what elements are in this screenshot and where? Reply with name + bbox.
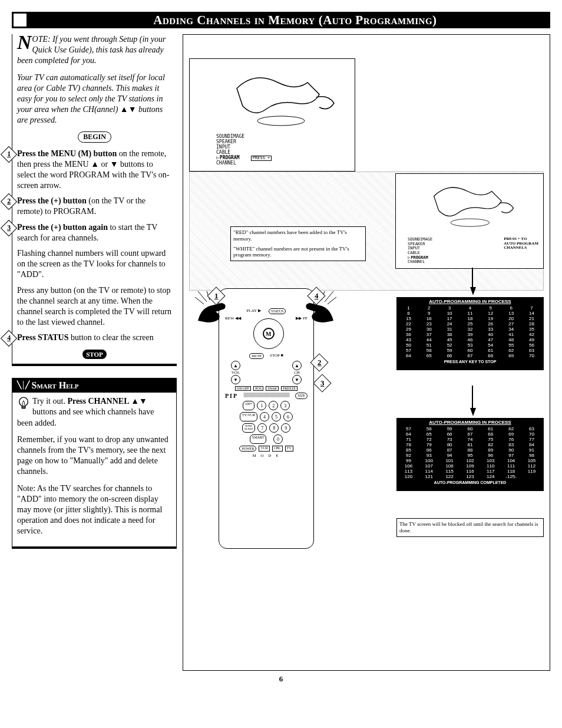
remote-digit: 6: [283, 412, 293, 421]
step-2-lead: Press the (+) button: [17, 196, 87, 205]
remote-pos-button: POS: [253, 386, 263, 391]
remote-ch-down-icon: ▼: [292, 375, 302, 384]
step-3-lead: Press the (+) button again: [17, 223, 108, 232]
svg-point-3: [257, 116, 305, 126]
remote-digit: 9: [281, 423, 290, 433]
remote-cbl-button: CBL: [272, 446, 283, 452]
press-plus-box: PRESS +: [251, 156, 272, 162]
page-title: Adding Channels in Memory (Auto Programm…: [40, 13, 550, 28]
remote-digit: 7: [257, 423, 267, 433]
step-number-icon: 4: [1, 330, 17, 347]
remote-play-label: PLAY ▶: [247, 308, 261, 314]
arrow-connector: [472, 386, 473, 409]
arrow-connector: [472, 268, 473, 288]
note-paragraph: NOTE: If you went through Setup (in your…: [17, 34, 172, 67]
channel-grid-2: AUTO-PROGRAMMING IN PROCESS 575859606162…: [396, 418, 544, 491]
svg-line-5: [195, 297, 204, 304]
smart-help-panel: ╲ │ ╱ Smart Help Try it out. Press CHANN…: [12, 378, 177, 549]
remote-stop-label: STOP ■: [270, 353, 283, 359]
lightbulb-icon: [17, 396, 30, 414]
smart-p3: Note: As the TV searches for channels to…: [17, 483, 171, 537]
begin-label: BEGIN: [78, 131, 111, 143]
tv-screen-2: SOUNDIMAGE SPEAKER INPUT CABLE PROGRAM C…: [395, 173, 544, 269]
remote-digit: 5: [272, 412, 281, 421]
grid-title: AUTO-PROGRAMMING IN PROCESS: [398, 420, 542, 425]
stop-label: STOP: [82, 350, 107, 359]
remote-status-button: STATUS: [269, 308, 286, 314]
remote-pip-label: PIP: [225, 393, 238, 399]
osd-menu-list: SOUNDIMAGE SPEAKER INPUT CABLE PROGRAM P…: [216, 134, 272, 166]
step-number-icon: 2: [1, 193, 17, 210]
info-white-text: "WHITE" channel numbers are not present …: [233, 246, 363, 259]
osd-menu-list-2: SOUNDIMAGE SPEAKER INPUT CABLE PROGRAM C…: [408, 238, 432, 265]
note-text: OTE: If you went through Setup (in your …: [17, 35, 166, 65]
step-4: 4 Press STATUS button to clear the scree…: [17, 332, 172, 343]
svg-line-8: [328, 297, 336, 304]
smart-p1: Try it out. Press CHANNEL ▲▼ buttons and…: [17, 396, 171, 429]
step-4-lead: Press STATUS: [17, 333, 69, 342]
svg-point-4: [451, 219, 489, 226]
diagram-panel: SOUNDIMAGE SPEAKER INPUT CABLE PROGRAM P…: [183, 34, 550, 671]
spark-icon: ╲ │ ╱: [17, 381, 28, 390]
remote-mute-button: MUTE: [249, 353, 264, 359]
step-number-icon: 3: [1, 219, 17, 236]
menu-item: CHANNEL: [216, 161, 272, 166]
remote-freeze-button: FREEZE: [281, 386, 297, 391]
swimmer-figure-icon: [225, 65, 343, 130]
info-box: "RED" channel numbers have been added to…: [230, 226, 366, 261]
remote-tvvcr-button: TV/VCR: [240, 412, 257, 421]
remote-swap-button: SWAP: [266, 386, 279, 391]
info-red-text: "RED" channel numbers have been added to…: [233, 229, 363, 242]
channel-grid-1: AUTO-PROGRAMMING IN PROCESS 123456789101…: [396, 297, 544, 370]
instructions-panel: NOTE: If you went through Setup (in your…: [12, 34, 177, 366]
remote-smart-button: SMART: [250, 434, 266, 444]
swimmer-figure-icon: [419, 177, 525, 230]
intro-paragraph: Your TV can automatically set itself for…: [17, 73, 172, 126]
smart-help-header: ╲ │ ╱ Smart Help: [12, 378, 176, 393]
remote-mode-label: M O D E: [225, 453, 308, 458]
tv-screen-1: SOUNDIMAGE SPEAKER INPUT CABLE PROGRAM P…: [189, 58, 355, 172]
page-number: 6: [12, 674, 550, 684]
step-2: 2 Press the (+) button (on the TV or the…: [17, 196, 172, 217]
remote-btm-sleep: BTMSLEEP: [242, 423, 256, 433]
title-bar: Adding Channels in Memory (Auto Programm…: [12, 12, 550, 28]
remote-ch-up-icon: ▲: [292, 361, 302, 370]
remote-vol-down-icon: ▼: [231, 375, 240, 384]
svg-point-0: [19, 397, 28, 406]
step-3: 3 Press the (+) button again to start th…: [17, 222, 172, 243]
step-3-para-a: Flashing channel numbers will count upwa…: [17, 248, 172, 281]
begin-badge: BEGIN: [17, 131, 172, 143]
step-4-rest: button to clear the screen: [69, 333, 154, 342]
step-1-lead: Press the MENU (M) button: [17, 149, 117, 158]
step-3-para-b: Press any button (on the TV or remote) t…: [17, 285, 172, 328]
remote-ch-label: CH: [292, 370, 302, 375]
step-number-icon: 1: [1, 146, 17, 162]
remote-dpad-icon: [253, 318, 284, 349]
grid-title: AUTO-PROGRAMMING IN PROCESS: [398, 299, 542, 304]
remote-100-button: 100+: [243, 401, 254, 410]
arrow-down-icon: [470, 287, 476, 295]
section-checkbox-icon: [12, 12, 28, 28]
remote-vol-up-icon: ▲: [231, 361, 240, 370]
remote-digit: 2: [269, 401, 278, 410]
smart-help-title: Smart Help: [32, 380, 79, 392]
callout-3-icon: 3: [313, 374, 331, 392]
remote-digit: 4: [260, 412, 269, 421]
remote-digit: 0: [273, 434, 283, 444]
remote-digit: 1: [257, 401, 266, 410]
remote-onoff-button: ON/OFF: [235, 386, 251, 391]
auto-program-tip: PRESS + TO AUTO PROGRAM CHANNELS: [504, 237, 538, 251]
done-note-box: The TV screen will be blocked off until …: [396, 518, 544, 537]
remote-size-button: SIZE: [295, 393, 308, 399]
remote-tv-button: TV: [285, 446, 293, 452]
smart-p2: Remember, if you want to drop any unwant…: [17, 434, 171, 477]
stop-badge: STOP: [17, 348, 172, 359]
remote-power-button: POWER: [239, 446, 256, 452]
step-1: 1 Press the MENU (M) button on the remot…: [17, 149, 172, 192]
remote-digit: 8: [269, 423, 279, 433]
arrow-down-icon: [470, 408, 476, 416]
remote-digit: 3: [280, 401, 290, 410]
dropcap: N: [17, 34, 32, 51]
remote-vcr-button: VCR: [259, 446, 269, 452]
remote-control-illustration: PLAY ▶ STATUS REW ◀◀▶▶ FF MUTE STOP ■ ▲V…: [219, 288, 314, 549]
